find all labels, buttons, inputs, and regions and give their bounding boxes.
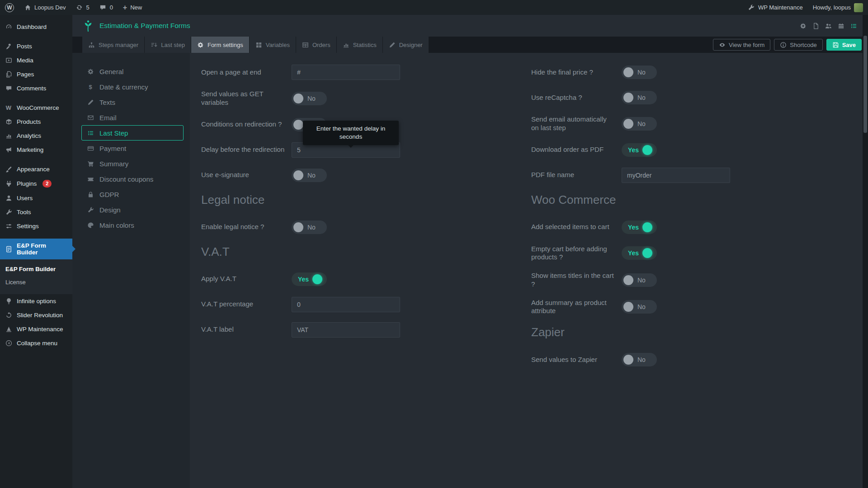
sidebar-item-posts[interactable]: Posts [0,39,72,53]
view-form-button[interactable]: View the form [713,39,770,51]
account-menu[interactable]: Howdy, loopus [808,0,868,15]
toggle-add-selected-items-to-cart[interactable]: Yes [622,221,657,234]
gear-icon[interactable] [800,23,807,29]
form-document-icon [5,246,13,253]
settings-nav-general[interactable]: General [81,64,184,79]
sidebar-item-slider-revolution[interactable]: Slider Revolution [0,308,72,322]
sidebar-item-media[interactable]: Media [0,53,72,67]
settings-nav-gdpr[interactable]: GDPR [81,187,184,202]
sidebar-item-marketing[interactable]: Marketing [0,143,72,157]
pencil-icon [86,99,94,106]
tab-variables[interactable]: Variables [250,37,296,53]
comments-link[interactable]: 0 [94,0,118,15]
paintbrush-icon [5,166,13,173]
submenu-item-e-p-form-builder[interactable]: E&P Form Builder [0,263,72,276]
toggle-hide-the-final-price[interactable]: No [622,66,657,79]
toggle-download-order-as-pdf[interactable]: Yes [622,143,657,157]
input-pdf-file-name[interactable] [622,168,730,183]
grid-icon [255,42,262,48]
sidebar-item-infinite-options[interactable]: Infinite options [0,294,72,308]
toggle-state-label: No [637,94,646,101]
toggle-use-e-signature[interactable]: No [292,169,327,182]
tab-orders[interactable]: Orders [296,37,336,53]
tab-steps-manager[interactable]: Steps manager [82,37,144,53]
plus-icon: + [123,4,127,12]
settings-nav-main-colors[interactable]: Main colors [81,217,184,233]
tab-label: Last step [161,42,185,48]
settings-nav-last-step[interactable]: Last Step [81,125,184,141]
wp-maintenance-label: WP Maintenance [758,4,803,11]
toggle-add-summary-as-product-attribute[interactable]: No [622,300,657,314]
document-icon[interactable] [812,23,819,29]
settings-nav-payment[interactable]: Payment [81,141,184,156]
sidebar-item-wp-maintenance[interactable]: WP Maintenance [0,322,72,336]
settings-nav-design[interactable]: Design [81,202,184,217]
input-open-a-page-at-end[interactable] [292,65,400,80]
field-label: Conditions on redirection ? [201,120,292,129]
sidebar-item-woocommerce[interactable]: WWooCommerce [0,101,72,115]
form-row: Open a page at end [201,65,423,80]
settings-nav-summary[interactable]: Summary [81,156,184,171]
sidebar-item-label: WP Maintenance [17,326,63,333]
sidebar-item-users[interactable]: Users [0,191,72,205]
toggle-show-items-titles-in-the-cart[interactable]: No [622,273,657,287]
sidebar-item-tools[interactable]: Tools [0,205,72,219]
sidebar-item-products[interactable]: Products [0,115,72,129]
calendar-icon[interactable] [838,23,844,29]
settings-nav-email[interactable]: Email [81,110,184,125]
toggle-apply-v-a-t[interactable]: Yes [292,272,327,286]
tab-last-step[interactable]: Last step [145,37,191,53]
toggle-send-values-to-zapier[interactable]: No [622,353,657,366]
sidebar-item-e-p-form-builder[interactable]: E&P Form Builder [0,239,72,259]
form-row: Use reCaptcha ?No [531,90,744,105]
sidebar-item-pages[interactable]: Pages [0,67,72,81]
bar-chart-icon [5,132,13,139]
toggle-state-label: No [637,303,646,310]
form-row: Apply V.A.TYes [201,272,423,287]
shortcode-button[interactable]: Shortcode [774,39,822,51]
toggle-use-recaptcha[interactable]: No [622,91,657,104]
sidebar-item-settings[interactable]: Settings [0,219,72,233]
header-toolbar-icons [800,23,857,29]
new-content-link[interactable]: + New [118,0,147,15]
settings-nav-label: Summary [99,160,128,168]
toggle-state-label: No [307,172,316,179]
sidebar-item-label: Plugins [17,180,37,187]
settings-nav-date-currency[interactable]: $Date & currency [81,79,184,94]
toggle-state-label: Yes [298,276,309,283]
toggle-enable-legal-notice[interactable]: No [292,221,327,234]
tab-statistics[interactable]: Statistics [337,37,382,53]
list-icon[interactable] [850,23,857,29]
scrollbar-thumb[interactable] [863,36,867,133]
save-button[interactable]: Save [826,39,862,51]
sidebar-item-analytics[interactable]: Analytics [0,129,72,143]
toggle-knob [623,275,633,285]
sidebar-item-collapse-menu[interactable]: Collapse menu [0,336,72,350]
toggle-knob [293,222,303,232]
toggle-send-values-as-get-variables[interactable]: No [292,92,327,105]
toggle-send-email-automatically-on-last-step[interactable]: No [622,117,657,131]
form-row: Enable legal notice ?No [201,220,423,235]
form-row: V.A.T label [201,322,423,338]
updates-link[interactable]: 5 [71,0,94,15]
toggle-empty-cart-before-adding-products[interactable]: Yes [622,246,657,260]
sidebar-item-dashboard[interactable]: Dashboard [0,20,72,34]
settings-nav-discount-coupons[interactable]: Discount coupons [81,171,184,187]
settings-nav-texts[interactable]: Texts [81,94,184,110]
sidebar-item-appearance[interactable]: Appearance [0,162,72,176]
sidebar-item-plugins[interactable]: Plugins2 [0,176,72,191]
users-icon[interactable] [825,23,832,29]
sidebar-item-comments[interactable]: Comments [0,81,72,95]
toggle-knob [642,222,652,232]
wp-maintenance-link[interactable]: WP Maintenance [743,0,808,15]
settings-nav-label: Texts [99,99,115,106]
input-v-a-t-percentage[interactable] [292,297,400,312]
site-link[interactable]: Loopus Dev [19,0,71,15]
tab-form-settings[interactable]: Form settings [191,37,249,53]
scrollbar[interactable] [863,15,868,488]
tab-designer[interactable]: Designer [383,37,429,53]
input-v-a-t-label[interactable] [292,322,400,338]
wordpress-menu[interactable]: W [0,0,19,15]
submenu-item-license-1[interactable]: License [0,276,72,289]
form-row: Empty cart before adding products ?Yes [531,245,744,262]
